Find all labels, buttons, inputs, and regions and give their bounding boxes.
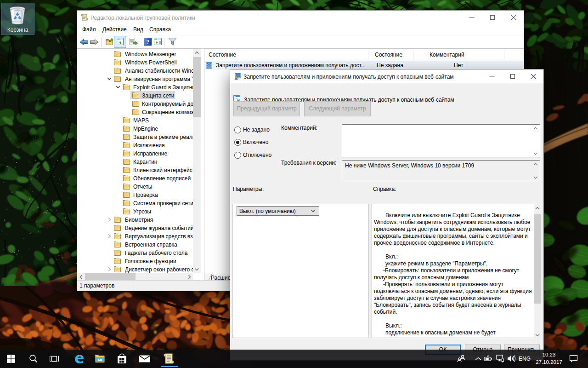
svg-text:?: ? <box>147 38 150 45</box>
